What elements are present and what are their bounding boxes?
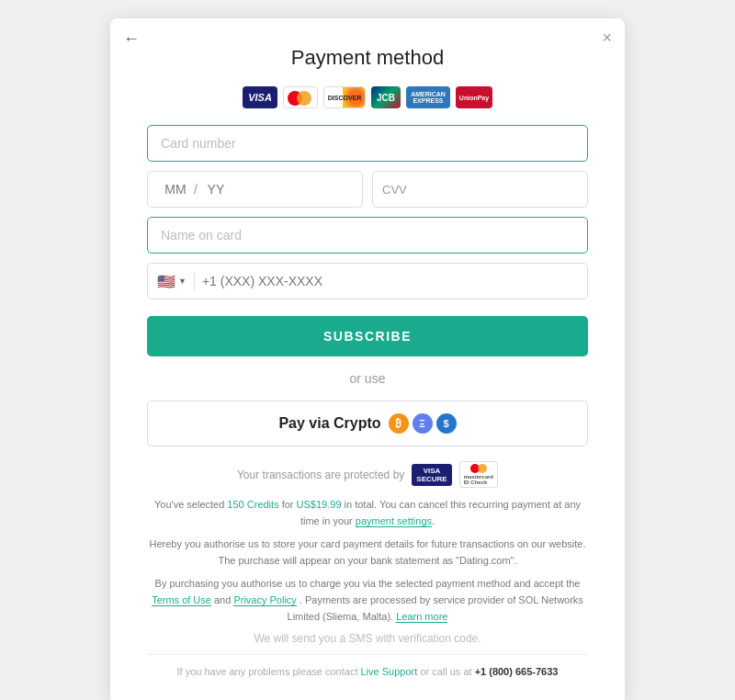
card-number-group: [147, 125, 588, 162]
card-number-input[interactable]: [147, 125, 588, 162]
cvv-group: CVV: [372, 171, 588, 208]
flag-icon: 🇺🇸: [157, 273, 175, 290]
terms-link[interactable]: Terms of Use: [152, 594, 211, 606]
chevron-down-icon: ▼: [178, 277, 187, 286]
payment-modal: ← × Payment method VISA DISCOVER JCB AME…: [110, 18, 625, 700]
info-credits: You've selected 150 Credits for US$19.99…: [147, 497, 588, 529]
unionpay-logo: UnionPay: [456, 86, 492, 108]
mastercard-logo: [283, 86, 318, 108]
bitcoin-icon: ₿: [389, 413, 409, 434]
expiry-group: /: [147, 171, 363, 208]
discover-logo: DISCOVER: [323, 86, 366, 108]
close-button[interactable]: ×: [602, 29, 612, 46]
month-input[interactable]: [157, 172, 194, 207]
cvv-input[interactable]: [414, 172, 488, 207]
info-storage: Hereby you authorise us to store your ca…: [147, 536, 588, 569]
protection-text: Your transactions are protected by: [237, 469, 404, 481]
ethereum-icon: Ξ: [413, 413, 433, 434]
crypto-icons: ₿ Ξ $: [389, 413, 457, 434]
payment-settings-link[interactable]: payment settings: [356, 515, 432, 527]
usd-coin-icon: $: [436, 413, 457, 434]
crypto-label: Pay via Crypto: [278, 415, 380, 432]
name-group: [147, 217, 588, 254]
footer: If you have any problems please contact …: [147, 654, 588, 677]
phone-input[interactable]: [202, 264, 578, 299]
protection-row: Your transactions are protected by VISAS…: [147, 461, 588, 488]
subscribe-button[interactable]: SUBSCRIBE: [147, 316, 588, 356]
name-input[interactable]: [147, 217, 588, 254]
phone-group: 🇺🇸 ▼: [147, 263, 588, 299]
footer-pre: If you have any problems please contact: [177, 666, 361, 677]
amex-logo: AMERICAN EXPRESS: [406, 86, 450, 108]
visa-secure-badge: VISASECURE: [412, 464, 451, 486]
cvv-label: CVV: [382, 183, 407, 197]
footer-mid: or call us at: [417, 666, 474, 677]
card-logos-row: VISA DISCOVER JCB AMERICAN EXPRESS Union…: [147, 86, 588, 108]
jcb-logo: JCB: [371, 86, 401, 108]
page-title: Payment method: [147, 46, 588, 70]
visa-logo: VISA: [243, 86, 277, 108]
expiry-cvv-row: / CVV: [147, 171, 588, 208]
year-input[interactable]: [198, 172, 234, 207]
support-phone: +1 (800) 665-7633: [475, 666, 559, 677]
learn-more-link[interactable]: Learn more: [396, 611, 447, 623]
country-selector[interactable]: 🇺🇸 ▼: [157, 273, 195, 290]
info-terms: By purchasing you authorise us to charge…: [147, 576, 588, 625]
or-use-divider: or use: [147, 371, 588, 386]
crypto-button[interactable]: Pay via Crypto ₿ Ξ $: [147, 401, 588, 446]
info-section: You've selected 150 Credits for US$19.99…: [147, 497, 588, 645]
back-button[interactable]: ←: [123, 29, 140, 49]
mc-idcheck-badge: mastercardID Check: [459, 461, 498, 488]
privacy-link[interactable]: Privacy Policy: [233, 594, 296, 606]
sms-text: We will send you a SMS with verification…: [147, 632, 588, 645]
live-support-link[interactable]: Live Support: [361, 666, 418, 677]
